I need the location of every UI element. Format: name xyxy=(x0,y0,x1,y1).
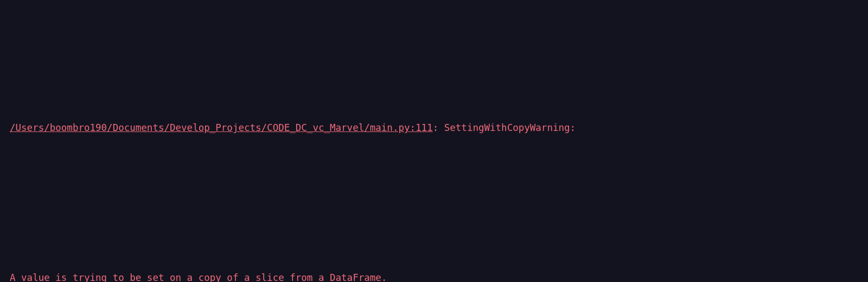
warning-message-line: A value is trying to be set on a copy of… xyxy=(10,270,858,282)
warning-header-line: /Users/boombro190/Documents/Develop_Proj… xyxy=(10,120,858,136)
blank-line xyxy=(10,170,858,186)
separator: : xyxy=(433,122,444,133)
warning-name: SettingWithCopyWarning: xyxy=(444,122,576,133)
blank-line xyxy=(10,220,858,236)
terminal-output: /Users/boombro190/Documents/Develop_Proj… xyxy=(10,70,858,283)
file-path-link[interactable]: /Users/boombro190/Documents/Develop_Proj… xyxy=(10,122,433,133)
